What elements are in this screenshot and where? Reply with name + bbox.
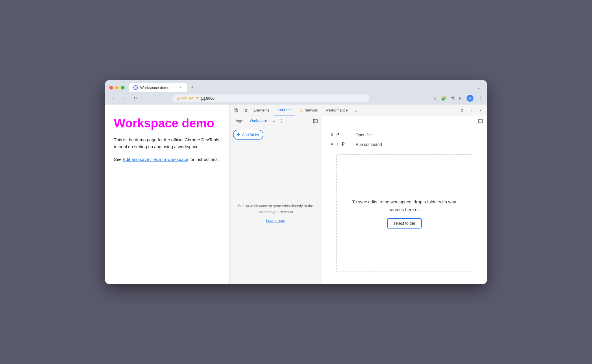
add-folder-area: + Add folder bbox=[230, 126, 322, 143]
new-tab-button[interactable]: + bbox=[188, 83, 196, 91]
profile-icon[interactable]: A bbox=[467, 95, 473, 102]
main-content: Workspace demo This is the demo page for… bbox=[105, 105, 487, 284]
tab-title: Workspace demo bbox=[140, 86, 176, 90]
sources-right-content: ⌘ P Open file ⌘ ⇧ P Run command To sync … bbox=[322, 126, 487, 284]
tab-close-button[interactable]: × bbox=[178, 85, 183, 90]
svg-rect-3 bbox=[234, 109, 238, 112]
sources-right-toolbar bbox=[322, 116, 487, 126]
device-toggle-icon[interactable] bbox=[241, 106, 249, 114]
address-field[interactable]: ⚠ Not Secure [::]:8000 bbox=[173, 94, 369, 102]
tab-favicon bbox=[133, 85, 138, 90]
sources-tab-bar: Page Workspace » ⋮ bbox=[230, 116, 322, 126]
sources-empty-state: Set up workspace to sync edits directly … bbox=[230, 143, 322, 284]
minimize-window-button[interactable] bbox=[115, 86, 119, 90]
svg-rect-7 bbox=[313, 119, 317, 123]
webpage-area: Workspace demo This is the demo page for… bbox=[105, 105, 230, 284]
svg-rect-6 bbox=[246, 109, 247, 112]
devtools-toolbar: Elements Sources ⚠ Network Performance » bbox=[230, 105, 487, 116]
sources-tab-workspace[interactable]: Workspace bbox=[247, 116, 270, 126]
shortcut-keys-open-file: ⌘ P bbox=[331, 132, 351, 138]
page-heading: Workspace demo bbox=[114, 116, 221, 131]
browser-window: Workspace demo × + ⌄ ← → ↻ ⚠ Not Secure … bbox=[105, 80, 487, 284]
reload-button[interactable]: ↻ bbox=[131, 94, 139, 102]
select-folder-button[interactable]: select folder bbox=[387, 218, 421, 229]
shortcut-keys-run-command: ⌘ ⇧ P bbox=[331, 142, 351, 147]
tab-list-chevron[interactable]: ⌄ bbox=[475, 84, 483, 91]
svg-rect-9 bbox=[478, 119, 482, 123]
close-window-button[interactable] bbox=[109, 86, 113, 90]
devtools-more-icon[interactable]: ⋮ bbox=[467, 106, 475, 114]
sources-left-pane: Page Workspace » ⋮ bbox=[230, 116, 322, 284]
sources-tab-page[interactable]: Page bbox=[232, 116, 246, 126]
svg-rect-4 bbox=[235, 109, 237, 111]
learn-more-link[interactable]: Learn more bbox=[266, 218, 285, 224]
devtools-close-icon[interactable]: × bbox=[476, 106, 484, 114]
extensions-icon[interactable]: 🧩 bbox=[441, 96, 447, 101]
workspace-link[interactable]: Edit and save files in a workspace bbox=[123, 157, 188, 162]
shortcut-label-open-file: Open file bbox=[356, 133, 372, 137]
tab-bar-end: ⌄ bbox=[475, 84, 483, 91]
tab-network[interactable]: ⚠ Network bbox=[296, 105, 322, 116]
page-link-paragraph: See Edit and save files in a workspace f… bbox=[114, 156, 221, 163]
devtools-panel: Elements Sources ⚠ Network Performance » bbox=[230, 105, 487, 284]
devtools-toolbar-end: ⚙ ⋮ × bbox=[458, 106, 484, 114]
traffic-lights bbox=[109, 86, 125, 90]
network-warning-icon: ⚠ bbox=[299, 108, 303, 112]
browser-menu-button[interactable]: ⋮ bbox=[478, 95, 483, 101]
sources-right-pane: ⌘ P Open file ⌘ ⇧ P Run command To sync … bbox=[322, 116, 487, 284]
warning-triangle-icon: ⚠ bbox=[177, 96, 180, 101]
sources-tabs-dots-icon[interactable]: ⋮ bbox=[278, 116, 286, 126]
settings-icon[interactable]: ⚙ bbox=[458, 106, 466, 114]
shortcut-row-open-file: ⌘ P Open file bbox=[331, 132, 478, 138]
address-url: [::]:8000 bbox=[201, 96, 214, 101]
sources-tabs-more-icon[interactable]: » bbox=[271, 116, 277, 126]
maximize-window-button[interactable] bbox=[121, 86, 125, 90]
page-body-text: This is the demo page for the official C… bbox=[114, 136, 221, 150]
security-warning: ⚠ Not Secure bbox=[177, 96, 199, 101]
title-bar: Workspace demo × + ⌄ bbox=[105, 80, 487, 92]
labs-icon[interactable]: ⚗ bbox=[451, 96, 455, 101]
address-bar-icons: ☆ 🧩 ⚗ ⊡ A ⋮ bbox=[433, 95, 483, 102]
drop-zone: To sync edits to the workspace, drop a f… bbox=[336, 154, 472, 272]
tab-bar: Workspace demo × + ⌄ bbox=[129, 83, 483, 92]
cursor-tool-icon[interactable] bbox=[232, 106, 240, 114]
tab-sources[interactable]: Sources bbox=[274, 105, 295, 116]
forward-button[interactable]: → bbox=[120, 94, 128, 102]
shortcut-label-run-command: Run command bbox=[356, 142, 382, 147]
sources-left-panel-button[interactable] bbox=[311, 117, 319, 125]
tab-performance[interactable]: Performance bbox=[323, 105, 351, 116]
add-folder-button[interactable]: + Add folder bbox=[233, 130, 263, 140]
browser-tab-active[interactable]: Workspace demo × bbox=[129, 83, 187, 92]
address-bar: ← → ↻ ⚠ Not Secure [::]:8000 ☆ 🧩 ⚗ ⊡ A ⋮ bbox=[105, 92, 487, 105]
drop-zone-text: To sync edits to the workspace, drop a f… bbox=[346, 198, 463, 213]
split-view-icon[interactable]: ⊡ bbox=[459, 96, 462, 101]
bookmark-icon[interactable]: ☆ bbox=[433, 96, 437, 101]
sources-right-panel-button[interactable] bbox=[476, 117, 484, 125]
shortcut-row-run-command: ⌘ ⇧ P Run command bbox=[331, 142, 478, 147]
sources-panel: Page Workspace » ⋮ bbox=[230, 116, 487, 284]
back-button[interactable]: ← bbox=[109, 94, 117, 102]
tab-elements[interactable]: Elements bbox=[250, 105, 273, 116]
add-folder-plus-icon: + bbox=[237, 132, 240, 137]
svg-rect-5 bbox=[243, 109, 246, 112]
more-tabs-icon[interactable]: » bbox=[352, 106, 360, 114]
